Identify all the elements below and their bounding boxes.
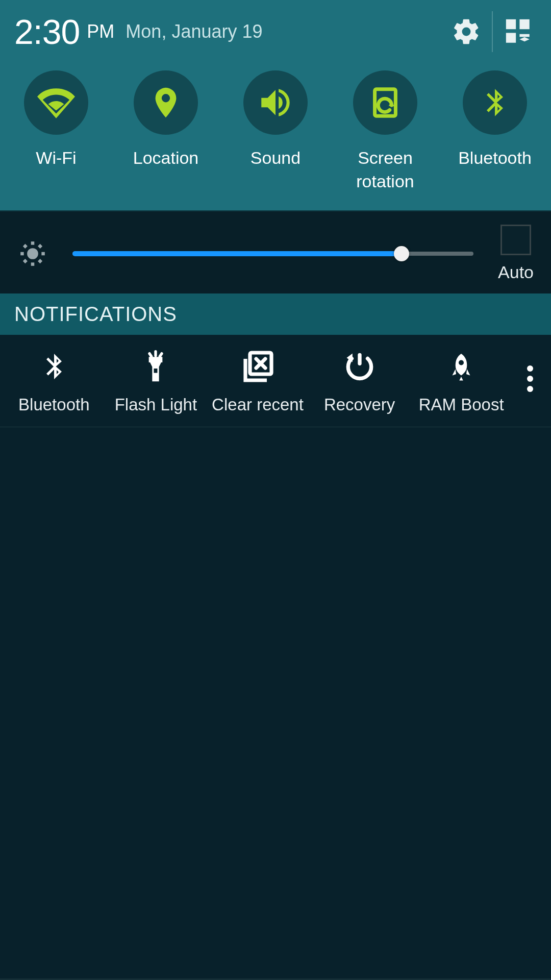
svg-rect-0 [506,19,516,29]
brightness-row: Auto [0,211,551,293]
tile-label: Location [133,146,199,169]
tile-rotation[interactable]: Screen rotation [339,70,431,193]
action-label: Clear recent [212,395,304,414]
action-label: Recovery [324,395,395,414]
svg-rect-1 [519,19,529,29]
bluetooth-icon [479,86,511,119]
tile-label: Bluetooth [458,146,532,169]
tile-label: Sound [251,146,300,169]
action-recovery[interactable]: Recovery [309,347,411,414]
action-ram-boost[interactable]: RAM Boost [410,347,512,414]
clock-date: Mon, January 19 [126,21,262,42]
brightness-icon [17,238,48,269]
action-label: Bluetooth [18,395,89,414]
svg-line-10 [39,260,41,262]
tile-label: Screen rotation [356,146,414,193]
rocket-icon [446,348,477,385]
tile-location[interactable]: Location [120,70,212,193]
tile-wifi[interactable]: Wi-Fi [10,70,102,193]
auto-brightness-checkbox[interactable] [500,225,531,255]
svg-rect-13 [154,369,158,373]
notifications-header: NOTIFICATIONS [0,293,551,335]
more-actions-button[interactable] [512,347,548,396]
tile-sound[interactable]: Sound [230,70,321,193]
svg-point-15 [459,360,464,365]
grid-edit-icon [504,17,533,46]
svg-rect-2 [506,33,516,42]
quick-settings-row: Wi-Fi Location Sound Screen rotation [0,61,551,211]
svg-line-11 [24,260,27,262]
header-divider [492,11,493,52]
svg-point-4 [27,248,38,259]
clear-recent-icon [239,348,276,385]
status-header: 2:30 PM Mon, January 19 [0,0,551,61]
location-icon [148,85,184,120]
svg-line-9 [24,245,27,248]
action-label: Flash Light [115,395,197,414]
notification-panel: 2:30 PM Mon, January 19 [0,0,551,980]
quick-panel-grid-button[interactable] [500,13,537,50]
tile-label: Wi-Fi [36,146,76,169]
sound-icon [257,84,294,121]
recovery-icon [342,349,377,384]
clock-ampm: PM [87,21,114,42]
bluetooth-icon [39,349,69,384]
action-label: RAM Boost [419,395,504,414]
action-bluetooth[interactable]: Bluetooth [3,347,105,414]
gear-icon [452,17,481,46]
action-shortcuts-row: Bluetooth Flash Light Clear recent Recov… [0,335,551,427]
settings-button[interactable] [448,13,485,50]
action-flashlight[interactable]: Flash Light [105,347,207,414]
action-clear-recent[interactable]: Clear recent [207,347,309,414]
svg-line-12 [39,245,41,248]
brightness-slider[interactable] [72,246,473,261]
tile-bluetooth[interactable]: Bluetooth [449,70,541,193]
more-vertical-icon [527,361,533,396]
auto-brightness-label: Auto [498,262,534,282]
flashlight-icon [139,348,172,385]
wifi-icon [37,84,75,121]
rotation-icon [367,85,403,120]
clock-time: 2:30 [14,12,80,52]
